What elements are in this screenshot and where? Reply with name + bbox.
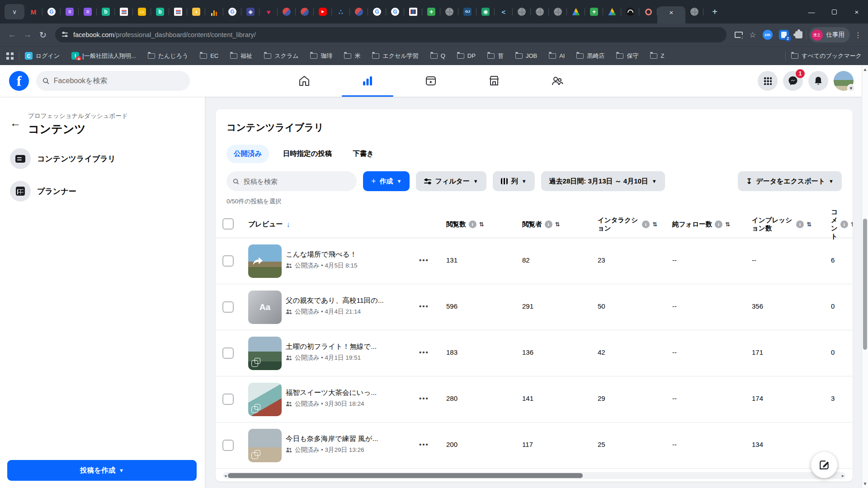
menu-grid-button[interactable] <box>758 71 778 91</box>
close-button[interactable]: × <box>845 0 868 23</box>
column-header-6[interactable]: コメントi⇅ <box>831 210 853 238</box>
page-scrollbar-thumb[interactable] <box>863 219 867 350</box>
browser-tab-mascot[interactable] <box>296 4 314 20</box>
sort-icon[interactable]: ⇅ <box>807 221 811 228</box>
browser-tab-mascot[interactable] <box>350 4 368 20</box>
browser-tab-gmail[interactable]: M <box>24 4 42 20</box>
browser-tab-drive[interactable] <box>603 4 621 20</box>
tab-close-icon[interactable]: × <box>670 9 674 16</box>
post-title[interactable]: 父の親友であり、高校11回の... <box>286 296 412 305</box>
post-search-input[interactable] <box>243 177 350 186</box>
preview-column-header[interactable]: プレビュー ↓ <box>248 220 290 229</box>
column-header-4[interactable]: 純フォロー数i⇅ <box>672 210 730 238</box>
browser-tab-facebook-active[interactable]: × <box>657 6 685 23</box>
messenger-button[interactable]: 1 <box>783 71 803 91</box>
extensions-puzzle-icon[interactable] <box>795 31 802 38</box>
bookmark-star-icon[interactable]: ☆ <box>749 30 756 40</box>
address-bar[interactable]: facebook.com/professional_dashboard/cont… <box>55 27 726 42</box>
column-header-1[interactable]: 閲覧数i⇅ <box>446 210 484 238</box>
filter-button[interactable]: フィルター ▼ <box>416 171 486 191</box>
new-tab-button[interactable]: + <box>708 5 722 19</box>
browser-tab-google[interactable]: G <box>368 4 386 20</box>
bookmark-item[interactable]: t8[一般社団法人翔明... <box>71 52 136 60</box>
nav-groups-icon[interactable] <box>528 65 587 97</box>
browser-tab-webpage[interactable] <box>115 4 133 20</box>
column-header-2[interactable]: 閲覧者i⇅ <box>522 210 560 238</box>
browser-tab-globe[interactable] <box>549 4 567 20</box>
nav-video-icon[interactable] <box>401 65 460 97</box>
post-search[interactable] <box>226 171 357 191</box>
bookmark-folder[interactable]: EC <box>200 52 218 59</box>
post-thumbnail[interactable]: Aa <box>248 291 282 324</box>
info-icon[interactable]: i <box>715 221 722 228</box>
back-arrow-icon[interactable]: ← <box>10 117 21 128</box>
column-header-3[interactable]: インタラクションi⇅ <box>598 210 657 238</box>
forward-button[interactable]: → <box>20 27 35 42</box>
nav-insights-icon[interactable] <box>338 65 397 97</box>
facebook-search[interactable] <box>36 71 190 91</box>
browser-tab-network[interactable]: ∴ <box>332 4 350 20</box>
bookmark-folder[interactable]: 保守 <box>616 52 638 60</box>
browser-tab-yellow-app[interactable]: ◖ <box>187 4 205 20</box>
page-scrollbar[interactable]: ▲ ▼ <box>862 65 868 488</box>
browser-menu-icon[interactable]: ⋮ <box>853 31 863 39</box>
row-checkbox[interactable] <box>222 440 234 451</box>
browser-tab-globe[interactable] <box>685 4 703 20</box>
browser-tab-google[interactable]: G <box>386 4 404 20</box>
bookmark-folder[interactable]: Z <box>650 52 664 59</box>
row-checkbox[interactable] <box>222 347 234 359</box>
row-checkbox[interactable] <box>222 255 234 267</box>
table-row[interactable]: こんな場所で飛べる！公開済み • 4月5日 8:15•••1318223----… <box>216 238 853 284</box>
create-button[interactable]: + 作成 ▼ <box>363 171 410 191</box>
facebook-logo[interactable]: f <box>9 71 29 91</box>
browser-tab-green-emblem[interactable]: ◉ <box>476 4 495 20</box>
tab-published[interactable]: 公開済み <box>226 145 269 163</box>
bookmark-folder[interactable]: 苔 <box>487 52 504 60</box>
browser-tab-b-app[interactable]: b <box>97 4 115 20</box>
bookmark-folder[interactable]: エクセル学習 <box>372 52 418 60</box>
scroll-right-icon[interactable]: ▸ <box>840 473 845 478</box>
bookmark-folder[interactable]: JOB <box>515 52 537 59</box>
bookmark-folder[interactable]: Q <box>430 52 445 59</box>
browser-tab-sheets[interactable]: + <box>422 4 440 20</box>
all-bookmarks-button[interactable]: すべてのブックマーク <box>791 52 862 60</box>
browser-tab-arc-app[interactable] <box>621 4 639 20</box>
scroll-left-icon[interactable]: ◂ <box>223 473 228 478</box>
sidebar-item-content-library[interactable]: コンテンツライブラリ <box>10 148 205 169</box>
post-title[interactable]: こんな場所で飛べる！ <box>286 250 412 259</box>
scroll-up-icon[interactable]: ▲ <box>862 67 868 72</box>
bookmark-item[interactable]: Cログイン <box>25 52 60 60</box>
browser-tab-purple-app[interactable]: ≡ <box>79 4 97 20</box>
browser-tab-mascot[interactable] <box>278 4 296 20</box>
notifications-button[interactable] <box>808 71 828 91</box>
bookmark-folder[interactable]: たんじろう <box>148 52 189 60</box>
select-all-checkbox[interactable] <box>222 218 234 230</box>
browser-tab-b-app[interactable]: b <box>151 4 169 20</box>
tab-drafts[interactable]: 下書き <box>345 145 381 163</box>
browser-tab-google[interactable]: G <box>42 4 61 20</box>
sort-icon[interactable]: ⇅ <box>725 221 730 228</box>
browser-tab-globe[interactable] <box>531 4 549 20</box>
table-row[interactable]: 土曜の初フライト！無線で...公開済み • 4月1日 19:51•••18313… <box>216 330 853 376</box>
tab-scheduled[interactable]: 日時指定の投稿 <box>275 145 339 163</box>
date-range-button[interactable]: 過去28日間: 3月13日 ～ 4月10日 ▼ <box>541 171 665 191</box>
bookmark-folder[interactable]: 米 <box>344 52 360 60</box>
browser-tab-drive[interactable] <box>567 4 585 20</box>
column-header-5[interactable]: インプレッション数i⇅ <box>752 210 811 238</box>
account-avatar[interactable]: ▾ <box>834 71 854 91</box>
table-row[interactable]: Aa父の親友であり、高校11回の...公開済み • 4月4日 21:14•••5… <box>216 284 853 330</box>
bookmark-folder[interactable]: 珈琲 <box>310 52 332 60</box>
browser-tab-analytics[interactable] <box>205 4 223 20</box>
apps-grid-icon[interactable] <box>6 52 14 60</box>
bookmark-folder[interactable]: DP <box>457 52 476 59</box>
row-menu-button[interactable]: ••• <box>419 348 429 356</box>
browser-tab-yellow-app[interactable]: ▭ <box>133 4 151 20</box>
browser-tab-record[interactable] <box>639 4 657 20</box>
browser-tab-google[interactable]: G <box>223 4 241 20</box>
row-checkbox[interactable] <box>222 394 234 405</box>
browser-tab-globe[interactable] <box>440 4 458 20</box>
browser-profile-chip[interactable]: 達之 仕事用 <box>809 27 850 42</box>
site-settings-icon[interactable] <box>61 31 69 38</box>
info-icon[interactable]: i <box>642 221 650 228</box>
info-icon[interactable]: i <box>796 221 804 228</box>
